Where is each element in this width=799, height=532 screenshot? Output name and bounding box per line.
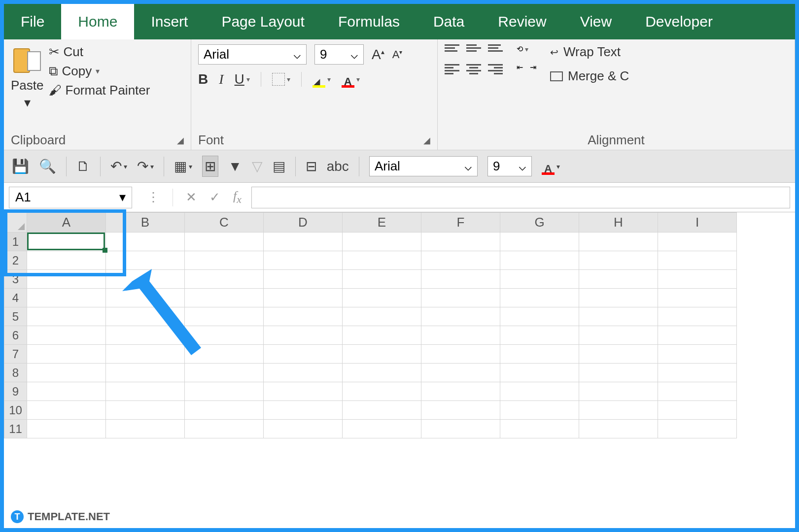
cell[interactable] xyxy=(27,364,106,382)
cell[interactable] xyxy=(27,251,106,270)
cell[interactable] xyxy=(27,382,106,401)
cell[interactable] xyxy=(27,326,106,345)
tab-developer[interactable]: Developer xyxy=(628,4,730,39)
decrease-font-button[interactable]: A▾ xyxy=(392,48,403,61)
merge-button[interactable]: Merge & C xyxy=(550,68,629,84)
increase-indent-button[interactable]: ⇥ xyxy=(530,63,536,72)
align-middle-button[interactable] xyxy=(466,44,481,55)
cell[interactable] xyxy=(421,364,500,382)
row-header[interactable]: 6 xyxy=(4,326,27,345)
cell[interactable] xyxy=(106,289,185,307)
cell[interactable] xyxy=(343,270,421,289)
print-preview-button[interactable]: 🔍 xyxy=(39,158,56,174)
row-header[interactable]: 1 xyxy=(4,233,27,251)
name-box[interactable]: A1 ▾ xyxy=(9,187,132,208)
cell[interactable] xyxy=(579,251,658,270)
wrap-text-button[interactable]: ↩ Wrap Text xyxy=(550,44,629,60)
dialog-launcher-icon[interactable]: ◢ xyxy=(423,135,430,146)
cell[interactable] xyxy=(185,382,264,401)
bold-button[interactable]: B xyxy=(198,71,208,87)
italic-button[interactable]: I xyxy=(219,71,223,87)
cell[interactable] xyxy=(579,401,658,420)
cell[interactable] xyxy=(264,270,343,289)
cancel-button[interactable]: ✕ xyxy=(186,190,197,205)
increase-font-button[interactable]: A▴ xyxy=(372,47,384,63)
tab-home[interactable]: Home xyxy=(61,4,134,39)
cell[interactable] xyxy=(106,420,185,438)
cell[interactable] xyxy=(658,364,737,382)
cell[interactable] xyxy=(421,270,500,289)
row-header[interactable]: 2 xyxy=(4,251,27,270)
tab-review[interactable]: Review xyxy=(481,4,563,39)
cell[interactable] xyxy=(658,420,737,438)
align-right-button[interactable] xyxy=(488,64,503,75)
cell[interactable] xyxy=(264,326,343,345)
cell[interactable] xyxy=(264,251,343,270)
underline-button[interactable]: U▾ xyxy=(235,71,250,87)
cell[interactable] xyxy=(343,307,421,326)
column-header-E[interactable]: E xyxy=(343,213,421,233)
cell[interactable] xyxy=(106,270,185,289)
cell[interactable] xyxy=(343,326,421,345)
tab-page-layout[interactable]: Page Layout xyxy=(205,4,321,39)
cell[interactable] xyxy=(658,307,737,326)
cell[interactable] xyxy=(264,233,343,251)
column-header-F[interactable]: F xyxy=(421,213,500,233)
row-header[interactable]: 4 xyxy=(4,289,27,307)
cell[interactable] xyxy=(500,233,579,251)
new-sheet-button[interactable]: 🗋 xyxy=(76,158,90,174)
cell[interactable] xyxy=(500,345,579,364)
cell[interactable] xyxy=(264,345,343,364)
cell[interactable] xyxy=(264,289,343,307)
cell[interactable] xyxy=(500,401,579,420)
cell[interactable] xyxy=(185,401,264,420)
cell[interactable] xyxy=(27,401,106,420)
cell[interactable] xyxy=(185,326,264,345)
cell[interactable] xyxy=(185,364,264,382)
cell[interactable] xyxy=(658,401,737,420)
cell[interactable] xyxy=(185,270,264,289)
selection-handle[interactable] xyxy=(103,248,107,253)
decrease-indent-button[interactable]: ⇤ xyxy=(517,63,523,72)
cut-button[interactable]: ✂ Cut xyxy=(49,44,150,60)
column-header-B[interactable]: B xyxy=(106,213,185,233)
cell[interactable] xyxy=(106,401,185,420)
cell[interactable] xyxy=(185,345,264,364)
tab-view[interactable]: View xyxy=(563,4,628,39)
column-header-D[interactable]: D xyxy=(264,213,343,233)
undo-button[interactable]: ↶▾ xyxy=(110,158,127,174)
copy-button[interactable]: ⧉ Copy ▾ xyxy=(49,64,150,79)
cell[interactable] xyxy=(421,307,500,326)
cell[interactable] xyxy=(658,233,737,251)
row-header[interactable]: 10 xyxy=(4,401,27,420)
cell[interactable] xyxy=(27,307,106,326)
tab-data[interactable]: Data xyxy=(417,4,481,39)
font-color-button[interactable]: ▾ xyxy=(342,73,360,86)
align-bottom-button[interactable] xyxy=(488,44,503,55)
column-header-H[interactable]: H xyxy=(579,213,658,233)
cell[interactable] xyxy=(579,289,658,307)
cell[interactable] xyxy=(264,382,343,401)
cell[interactable] xyxy=(500,289,579,307)
orientation-button[interactable]: ⟲▾ xyxy=(517,44,528,54)
cell[interactable] xyxy=(500,420,579,438)
cell[interactable] xyxy=(106,382,185,401)
cell[interactable] xyxy=(579,345,658,364)
enter-button[interactable]: ✓ xyxy=(209,190,220,205)
cell-A1[interactable] xyxy=(27,233,106,251)
column-header-A[interactable]: A xyxy=(27,213,106,233)
cell[interactable] xyxy=(421,326,500,345)
cell[interactable] xyxy=(421,382,500,401)
tab-file[interactable]: File xyxy=(4,4,61,39)
paste-button[interactable]: Paste ▾ xyxy=(11,44,44,110)
filter-button[interactable]: ▼ xyxy=(228,159,242,174)
cell[interactable] xyxy=(343,233,421,251)
cell[interactable] xyxy=(106,233,185,251)
cell[interactable] xyxy=(421,251,500,270)
align-left-button[interactable] xyxy=(445,64,459,75)
cell[interactable] xyxy=(421,345,500,364)
freeze-panes-button[interactable]: ⊟ xyxy=(306,158,317,174)
cell[interactable] xyxy=(343,364,421,382)
cell[interactable] xyxy=(579,420,658,438)
cell[interactable] xyxy=(500,364,579,382)
